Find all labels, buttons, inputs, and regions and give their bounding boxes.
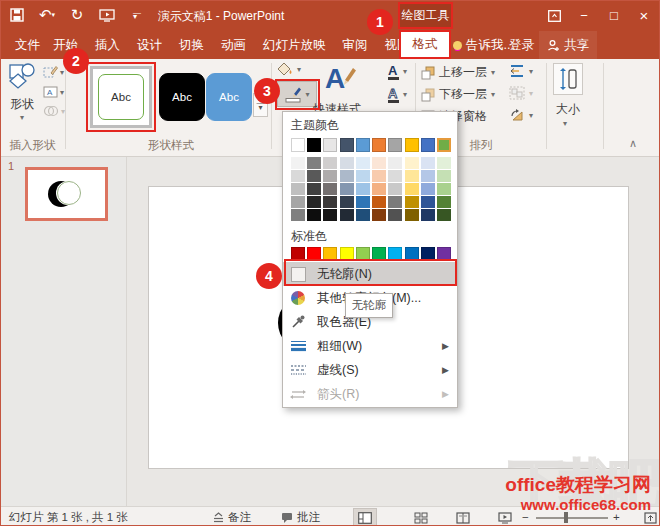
tint-swatch-2-2[interactable] (323, 183, 337, 195)
send-backward-button[interactable]: 下移一层▾ (421, 86, 495, 103)
start-slideshow-icon[interactable] (97, 4, 117, 26)
tint-swatch-5-4[interactable] (372, 209, 386, 221)
tab-6[interactable]: 审阅 (343, 37, 368, 54)
ribbon-display-options-icon[interactable] (539, 1, 569, 31)
tint-swatch-2-0[interactable] (323, 157, 337, 169)
tint-swatch-5-0[interactable] (372, 157, 386, 169)
edit-shape-button[interactable]: ▾ (43, 65, 64, 79)
notes-button[interactable]: 备注 (213, 507, 251, 526)
tint-swatch-9-4[interactable] (437, 209, 451, 221)
tint-swatch-7-1[interactable] (405, 170, 419, 182)
tab-2[interactable]: 设计 (137, 37, 162, 54)
align-button[interactable]: ▾ (509, 64, 533, 78)
tint-swatch-4-1[interactable] (356, 170, 370, 182)
tint-swatch-6-0[interactable] (388, 157, 402, 169)
group-objects-button[interactable]: ▾ (509, 86, 533, 100)
shape-style-option-2[interactable]: Abc (159, 73, 205, 121)
tint-swatch-7-0[interactable] (405, 157, 419, 169)
text-fill-button[interactable]: A ▾ (386, 63, 407, 80)
shape-style-selected-frame[interactable]: Abc (90, 66, 152, 128)
comments-button[interactable]: 批注 (281, 507, 320, 526)
standard-color-swatch-3[interactable] (340, 247, 354, 261)
normal-view-button[interactable] (353, 508, 377, 526)
undo-icon[interactable]: ↶▾ (37, 4, 57, 26)
tab-5[interactable]: 幻灯片放映 (263, 37, 326, 54)
shape-outline-button[interactable]: ▾ (277, 81, 317, 107)
text-box-button[interactable]: A ▾ (43, 85, 64, 99)
standard-color-swatch-2[interactable] (323, 247, 337, 261)
theme-color-swatch-9[interactable] (437, 138, 451, 152)
tint-swatch-8-4[interactable] (421, 209, 435, 221)
zoom-slider-thumb[interactable] (564, 512, 568, 523)
tint-swatch-2-4[interactable] (323, 209, 337, 221)
tint-swatch-2-3[interactable] (323, 196, 337, 208)
tint-swatch-4-4[interactable] (356, 209, 370, 221)
tint-swatch-0-0[interactable] (291, 157, 305, 169)
tint-swatch-6-2[interactable] (388, 183, 402, 195)
tint-swatch-2-1[interactable] (323, 170, 337, 182)
standard-color-swatch-0[interactable] (291, 247, 305, 261)
tint-swatch-5-1[interactable] (372, 170, 386, 182)
shape-fill-button[interactable]: ▾ (277, 62, 301, 77)
share-button[interactable]: 共享 (539, 31, 597, 59)
maximize-button[interactable]: □ (599, 1, 629, 31)
tint-swatch-1-0[interactable] (307, 157, 321, 169)
standard-color-swatch-6[interactable] (388, 247, 402, 261)
tint-swatch-3-3[interactable] (340, 196, 354, 208)
slide-sorter-view-button[interactable] (409, 508, 433, 526)
tint-swatch-7-2[interactable] (405, 183, 419, 195)
tint-swatch-0-1[interactable] (291, 170, 305, 182)
tint-swatch-8-0[interactable] (421, 157, 435, 169)
tint-swatch-9-1[interactable] (437, 170, 451, 182)
standard-color-swatch-9[interactable] (437, 247, 451, 261)
standard-color-swatch-5[interactable] (372, 247, 386, 261)
zoom-slider-track[interactable] (536, 517, 608, 519)
redo-icon[interactable]: ↻ (67, 4, 87, 26)
tint-swatch-9-0[interactable] (437, 157, 451, 169)
size-button[interactable] (553, 63, 583, 95)
tint-swatch-7-3[interactable] (405, 196, 419, 208)
tab-1[interactable]: 插入 (95, 37, 120, 54)
quick-styles-button[interactable]: A (323, 62, 357, 94)
tab-4[interactable]: 动画 (221, 37, 246, 54)
tint-swatch-8-3[interactable] (421, 196, 435, 208)
tint-swatch-1-3[interactable] (307, 196, 321, 208)
tint-swatch-5-2[interactable] (372, 183, 386, 195)
slide-thumbnail[interactable] (25, 167, 108, 221)
menu-item-no-outline[interactable]: 无轮廓(N) (283, 262, 457, 286)
tint-swatch-3-2[interactable] (340, 183, 354, 195)
tint-swatch-7-4[interactable] (405, 209, 419, 221)
bring-forward-button[interactable]: 上移一层▾ (421, 64, 495, 81)
tell-me-box[interactable]: 告诉我... (453, 31, 514, 59)
tint-swatch-6-3[interactable] (388, 196, 402, 208)
tint-swatch-8-2[interactable] (421, 183, 435, 195)
tint-swatch-8-1[interactable] (421, 170, 435, 182)
tint-swatch-0-4[interactable] (291, 209, 305, 221)
tab-file[interactable]: 文件 (15, 31, 40, 59)
reading-view-button[interactable] (451, 508, 475, 526)
menu-item-weight[interactable]: 粗细(W)▶ (283, 334, 457, 358)
close-button[interactable]: × (629, 1, 659, 31)
standard-color-swatch-1[interactable] (307, 247, 321, 261)
tint-swatch-9-2[interactable] (437, 183, 451, 195)
tint-swatch-4-3[interactable] (356, 196, 370, 208)
rotate-button[interactable]: ▾ (509, 108, 533, 122)
shape-style-option-1[interactable]: Abc (98, 74, 144, 120)
tint-swatch-1-4[interactable] (307, 209, 321, 221)
minimize-button[interactable]: − (569, 1, 599, 31)
tint-swatch-6-1[interactable] (388, 170, 402, 182)
theme-color-swatch-1[interactable] (307, 138, 321, 152)
standard-color-swatch-7[interactable] (405, 247, 419, 261)
tint-swatch-4-2[interactable] (356, 183, 370, 195)
menu-item-dashes[interactable]: 虚线(S)▶ (283, 358, 457, 382)
merge-shapes-button[interactable]: ▾ (43, 105, 65, 117)
theme-color-swatch-7[interactable] (405, 138, 419, 152)
save-icon[interactable] (7, 4, 27, 26)
theme-color-swatch-4[interactable] (356, 138, 370, 152)
theme-color-swatch-6[interactable] (388, 138, 402, 152)
tint-swatch-1-2[interactable] (307, 183, 321, 195)
tab-3[interactable]: 切换 (179, 37, 204, 54)
tint-swatch-0-2[interactable] (291, 183, 305, 195)
shape-style-option-3[interactable]: Abc (206, 73, 252, 121)
tint-swatch-1-1[interactable] (307, 170, 321, 182)
